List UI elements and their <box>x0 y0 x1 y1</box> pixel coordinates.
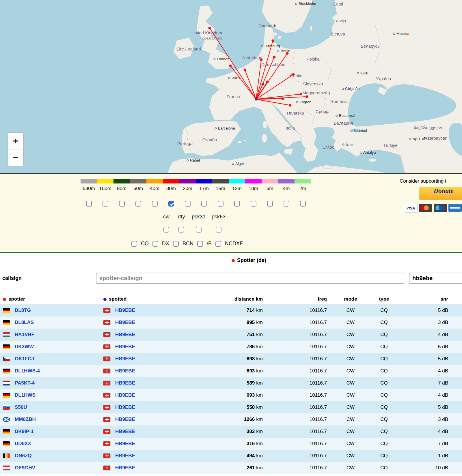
mode-cell: CW <box>327 392 374 398</box>
band-check-cell <box>97 201 113 207</box>
spotted-callsign-link[interactable]: HB9EBE <box>115 417 135 422</box>
band-checkbox-12m[interactable] <box>234 201 240 207</box>
band-checkbox-20m[interactable] <box>185 201 191 207</box>
freq-cell: 10116.7 <box>263 417 327 422</box>
spotter-callsign-link[interactable]: DL8TG <box>15 308 31 313</box>
donate-message: Consider supporting t <box>400 178 446 184</box>
map-canvas[interactable]: EestiLatvijaLietuvaБеларусьDanmarkPolska… <box>0 0 462 174</box>
freq-cell: 10116.7 <box>263 368 327 374</box>
band-label-630m: 630m <box>81 186 97 192</box>
flag-ch-icon <box>103 308 110 313</box>
filter-checkbox-dx[interactable] <box>152 241 158 247</box>
spotter-callsign-link[interactable]: DL1HWS-4 <box>15 368 40 374</box>
type-cell: CQ <box>374 392 394 398</box>
band-checkbox-17m[interactable] <box>201 201 207 207</box>
spotted-callsign-link[interactable]: HB9EBE <box>115 332 135 338</box>
band-swatch-630m <box>81 179 97 183</box>
mode-checkbox-psk31[interactable] <box>196 227 202 233</box>
snr-cell: 4 dB <box>394 368 462 374</box>
spotter-callsign-input[interactable] <box>96 273 404 284</box>
band-checkbox-10m[interactable] <box>251 201 256 207</box>
band-checkbox-40m[interactable] <box>152 201 158 207</box>
spotted-callsign-link[interactable]: HB9EBE <box>115 380 135 386</box>
header-spotter: spotter <box>8 296 25 302</box>
filter-label-ncdxf: NCDXF <box>225 241 243 247</box>
spotter-marker-icon <box>292 73 295 76</box>
table-row: DK9IP-1HB9EBE303km10116.7CWCQ4 dB <box>0 426 462 438</box>
spotted-callsign-link[interactable]: HB9EBE <box>115 441 135 447</box>
mode-checkbox-cw[interactable] <box>163 227 169 233</box>
spotter-callsign-link[interactable]: OE9GHV <box>15 465 35 471</box>
freq-cell: 10116.7 <box>263 356 327 362</box>
spotted-cell: HB9EBE <box>102 392 176 398</box>
filter-checkbox-b[interactable] <box>197 241 203 247</box>
filter-label-b: /B <box>207 241 212 247</box>
band-checkbox-630m[interactable] <box>86 201 92 207</box>
spotted-callsign-link[interactable]: HB9EBE <box>115 453 135 459</box>
band-checkbox-80m[interactable] <box>119 201 125 207</box>
mastercard-card-icon <box>419 204 432 212</box>
map-country-label: Türkiye <box>383 143 397 148</box>
spotter-cell: DL8TG <box>0 308 102 313</box>
mode-checkbox-psk63[interactable] <box>216 227 221 233</box>
band-checkbox-30m[interactable] <box>168 201 174 207</box>
map-country-label: България <box>334 121 353 125</box>
spotter-callsign-link[interactable]: S50U <box>15 404 27 410</box>
band-checkbox-15m[interactable] <box>218 201 223 207</box>
filter-checkbox-ncdxf[interactable] <box>215 241 221 247</box>
map-country-label: Polska <box>306 57 320 61</box>
spotter-callsign-link[interactable]: DK9IP-1 <box>15 429 33 434</box>
distance-cell: 1266km <box>176 417 263 422</box>
filter-checkbox-bcn[interactable] <box>173 241 179 247</box>
spotter-title-row: Spotter (de) <box>0 257 462 263</box>
spotter-callsign-link[interactable]: DD5XX <box>15 441 31 447</box>
header-spotted: spotted <box>109 296 126 302</box>
spotter-callsign-link[interactable]: DK3WW <box>15 344 34 350</box>
freq-cell: 10116.7 <box>263 332 327 338</box>
spotted-callsign-input[interactable] <box>409 273 462 284</box>
filter-checkbox-cq[interactable] <box>131 241 137 247</box>
spotter-callsign-link[interactable]: HA1VHF <box>15 332 34 338</box>
map-country-label: France <box>227 94 240 99</box>
snr-cell: 1 dB <box>394 453 462 459</box>
spotted-callsign-link[interactable]: HB9EBE <box>115 404 135 410</box>
spotter-callsign-link[interactable]: ON6ZQ <box>15 453 32 459</box>
flag-be-icon <box>3 453 10 458</box>
spotter-callsign-link[interactable]: DL8LAS <box>15 320 34 325</box>
mode-checkbox-rtty[interactable] <box>178 227 184 233</box>
spotted-callsign-link[interactable]: HB9EBE <box>115 465 135 471</box>
band-checkbox-6m[interactable] <box>267 201 273 207</box>
type-cell: CQ <box>374 453 394 459</box>
zoom-in-button[interactable]: + <box>8 133 23 149</box>
freq-cell: 10116.7 <box>263 308 327 313</box>
distance-cell: 316km <box>176 441 263 447</box>
spotter-cell: DK9IP-1 <box>0 429 102 434</box>
spotted-callsign-link[interactable]: HB9EBE <box>115 392 135 398</box>
band-checkbox-4m[interactable] <box>284 201 289 207</box>
band-checkbox-2m[interactable] <box>300 201 306 207</box>
mode-cell: CW <box>327 404 374 410</box>
spotter-callsign-link[interactable]: MM0ZBH <box>15 417 36 422</box>
spotted-callsign-link[interactable]: HB9EBE <box>115 368 135 374</box>
spotted-callsign-link[interactable]: HB9EBE <box>115 320 135 325</box>
map-country-label: Slovensko <box>303 81 323 86</box>
spotted-callsign-link[interactable]: HB9EBE <box>115 429 135 434</box>
spotted-callsign-link[interactable]: HB9EBE <box>115 308 135 313</box>
zoom-out-button[interactable]: − <box>8 149 23 166</box>
spotter-callsign-link[interactable]: PA5KT-4 <box>15 380 35 386</box>
spotted-callsign-link[interactable]: HB9EBE <box>115 344 135 350</box>
spotted-callsign-link[interactable]: HB9EBE <box>115 356 135 362</box>
flag-ch-icon <box>103 320 110 325</box>
band-swatch-6m <box>262 179 278 183</box>
map-country-label: Danmark <box>259 23 276 28</box>
spotter-callsign-link[interactable]: OK1FCJ <box>15 356 34 362</box>
map-city-label: Zagreb <box>299 100 311 104</box>
band-label-17m: 17m <box>196 186 212 192</box>
band-checkbox-60m[interactable] <box>135 201 141 207</box>
map-country-label: საქართველო <box>414 125 442 130</box>
band-checkbox-160m[interactable] <box>103 201 108 207</box>
donate-button[interactable]: Donate <box>419 187 462 200</box>
spotter-section: Spotter (de) callsign <box>0 253 462 294</box>
spotted-cell: HB9EBE <box>102 320 176 325</box>
spotter-callsign-link[interactable]: DL1HWS <box>15 392 36 398</box>
